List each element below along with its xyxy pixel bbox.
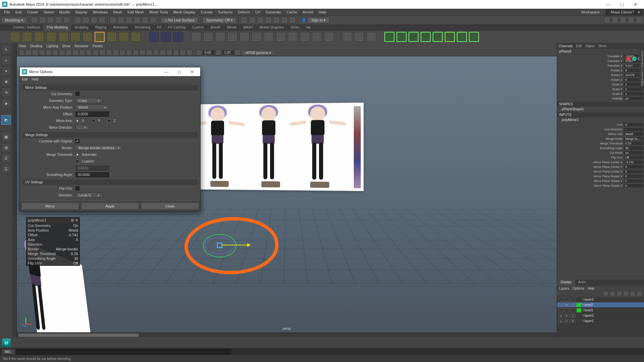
shelf-tool-icon[interactable] — [131, 32, 141, 42]
layer-icon[interactable] — [630, 291, 635, 296]
shelf-tool-icon[interactable] — [421, 32, 431, 42]
dialog-maximize[interactable]: ◻ — [173, 69, 185, 74]
shelf-tab[interactable]: Rendering — [131, 25, 154, 31]
shelf-tab[interactable]: XGen — [287, 25, 303, 31]
shelf-tool-icon[interactable] — [384, 32, 394, 42]
shelf-tool-icon[interactable] — [324, 32, 334, 42]
shelf-tool-icon[interactable] — [191, 32, 201, 42]
shelf-tool-icon[interactable] — [70, 32, 80, 42]
threshold-custom-radio[interactable] — [75, 160, 79, 163]
layer-tab[interactable]: Anim — [575, 280, 589, 286]
shelf-tool-icon[interactable] — [173, 32, 183, 42]
menu-item[interactable]: Windows — [90, 9, 111, 15]
layout-icon[interactable] — [620, 17, 627, 23]
shelf-tab[interactable]: Bifrost — [223, 25, 239, 31]
threshold-auto-radio[interactable] — [75, 153, 79, 157]
shelf-tool-icon[interactable] — [149, 32, 159, 42]
layout-icon[interactable] — [604, 17, 610, 23]
layer-icon[interactable] — [623, 291, 629, 296]
shelf-tool-icon[interactable] — [433, 32, 443, 42]
panel-tool-icon[interactable] — [39, 50, 45, 56]
redo-icon[interactable] — [63, 17, 70, 23]
shape-name[interactable]: pPlaneShape5 — [557, 107, 644, 112]
shelf-tool-icon[interactable] — [312, 32, 322, 42]
shelf-tool-icon[interactable] — [409, 32, 419, 42]
menu-item[interactable]: Mesh Tools — [147, 9, 170, 15]
shelf-tool-icon[interactable] — [342, 32, 352, 42]
menu-item[interactable]: Cache — [284, 9, 300, 15]
combine-checkbox[interactable] — [75, 139, 79, 143]
panel-tool-icon[interactable] — [19, 50, 25, 56]
panel-tool-icon[interactable] — [126, 50, 132, 56]
shelf-tool-icon[interactable] — [227, 32, 237, 42]
layer-row[interactable]: VPT\ layer2 — [557, 313, 644, 318]
panel-tool-icon[interactable] — [46, 50, 52, 56]
maximize-button[interactable]: ◻ — [615, 0, 629, 8]
shelf-tool-icon[interactable] — [95, 32, 105, 42]
render-icon[interactable] — [257, 17, 264, 23]
layout-list-icon[interactable]: ☰ — [1, 154, 11, 163]
panel-menu-item[interactable]: Shading — [30, 44, 43, 48]
panel-tool-icon[interactable] — [186, 50, 193, 56]
command-input[interactable] — [16, 349, 231, 354]
panel-menu-item[interactable]: Show — [62, 44, 70, 48]
layer-menu-item[interactable]: Options — [573, 287, 584, 290]
shelf-tab[interactable]: Arnold — [207, 25, 223, 31]
shelf-tool-icon[interactable] — [83, 32, 93, 42]
panel-tool-icon[interactable] — [79, 50, 85, 56]
outliner-collapsed[interactable] — [12, 43, 17, 337]
dialog-close[interactable]: ✕ — [185, 69, 198, 74]
cut-geometry-checkbox[interactable] — [75, 92, 79, 96]
shelf-tool-icon[interactable] — [445, 32, 455, 42]
open-icon[interactable] — [39, 17, 46, 23]
node-name[interactable]: pPlane5 — [557, 49, 644, 54]
axis-z-radio[interactable] — [107, 119, 111, 123]
geometry-type-dropdown[interactable]: Copy — [75, 98, 102, 103]
close-button[interactable]: Close — [141, 202, 199, 210]
exposure-field[interactable]: 0.00 — [203, 50, 215, 55]
undo-icon[interactable] — [55, 17, 62, 23]
chtab[interactable]: Edit — [576, 44, 582, 48]
menu-item[interactable]: Arnold — [300, 9, 316, 15]
menu-item[interactable]: Modify — [56, 9, 72, 15]
panel-tool-icon[interactable] — [133, 50, 139, 56]
shelf-tab[interactable]: Sculpting — [71, 25, 92, 31]
minimize-button[interactable]: — — [602, 0, 615, 8]
layer-icon[interactable] — [637, 291, 642, 296]
offset-field[interactable]: 0.0000 — [75, 112, 109, 117]
snap-icon[interactable] — [142, 17, 149, 23]
shelf-tool-icon[interactable] — [396, 32, 407, 42]
panel-menu-item[interactable]: Lighting — [46, 44, 58, 48]
menu-item[interactable]: Curves — [198, 9, 215, 15]
panel-tool-icon[interactable] — [99, 50, 105, 56]
layer-row[interactable]: \ level1 — [557, 308, 644, 313]
panel-tool-icon[interactable] — [180, 50, 186, 56]
smoothing-field[interactable]: 30.0000 — [75, 172, 109, 177]
shelf-tool-icon[interactable] — [252, 32, 262, 42]
shelf-tool-icon[interactable] — [288, 32, 298, 42]
shelf-tool-icon[interactable] — [469, 32, 479, 42]
menu-item[interactable]: Create — [24, 9, 41, 15]
render-icon[interactable] — [265, 17, 272, 23]
sel-mode-icon[interactable] — [91, 17, 97, 23]
panel-tool-icon[interactable] — [59, 50, 65, 56]
select-tool[interactable]: ↖ — [1, 45, 11, 54]
axis-position-dropdown[interactable]: World — [75, 105, 109, 110]
layout-icon[interactable] — [628, 17, 635, 23]
menu-item[interactable]: Help — [316, 9, 329, 15]
outliner-icon[interactable]: ☰ — [1, 164, 11, 174]
panel-tool-icon[interactable] — [25, 50, 32, 56]
apply-button[interactable]: Apply — [81, 202, 139, 210]
shelf-tool-icon[interactable] — [457, 32, 467, 42]
shelf-tab[interactable]: Curves / Surfaces — [10, 25, 43, 31]
channel-icon[interactable] — [632, 56, 637, 61]
time-slider[interactable] — [17, 333, 557, 337]
shelf-tab[interactable]: FX Caching — [165, 25, 189, 31]
sel-mode-icon[interactable] — [83, 17, 89, 23]
save-icon[interactable] — [47, 17, 54, 23]
shelf-tool-icon[interactable] — [119, 32, 129, 42]
panel-tool-icon[interactable] — [173, 50, 179, 56]
menu-item[interactable]: Deform — [235, 9, 253, 15]
shelf-tool-icon[interactable] — [107, 32, 117, 42]
pause-icon[interactable] — [289, 17, 296, 23]
